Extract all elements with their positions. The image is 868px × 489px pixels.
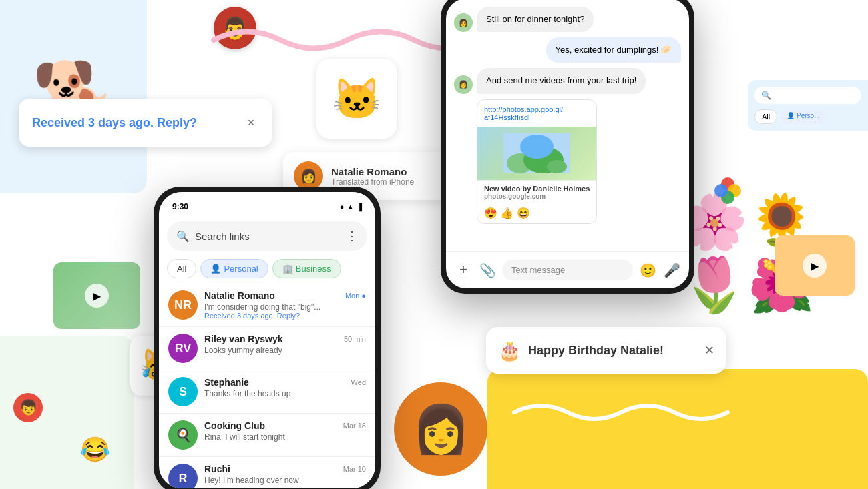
more-icon[interactable]: ⋮ <box>346 229 358 243</box>
personal-icon: 👤 <box>210 264 221 274</box>
contact-name: Natalie Romano <box>331 166 445 177</box>
search-filter-row: All 👤 Perso... <box>754 109 861 124</box>
chat-row-sent: Yes, excited for dumplings! 🥟 <box>454 37 681 63</box>
cat-card: 🐱 <box>316 59 397 139</box>
message-list: NR Natalie Romano Mon ● I'm considering … <box>159 284 375 488</box>
msg-header: Natalie Romano Mon ● <box>204 290 366 301</box>
tab-business-label: Business <box>296 264 331 274</box>
reactions-row: 😍 👍 😆 <box>477 204 596 223</box>
msg-content: Riley van Ryswyk 50 min Looks yummy alre… <box>204 334 366 355</box>
play-btn-right[interactable]: ▶ <box>803 254 827 278</box>
link-url: http://photos.app.goo.gl/af14HsskfIisdl <box>477 100 596 127</box>
tab-all[interactable]: All <box>167 259 196 278</box>
chat-bubble-sent: Yes, excited for dumplings! 🥟 <box>546 37 682 63</box>
link-title: New video by Danielle Holmes photos.goog… <box>477 180 596 204</box>
msg-name: Stephanie <box>204 377 249 388</box>
status-icons: ● ▲ ▐ <box>340 203 362 211</box>
video-thumbnail[interactable]: ▶ <box>53 262 140 329</box>
signal-icon: ▲ <box>347 203 354 211</box>
add-icon[interactable]: + <box>454 262 473 278</box>
tab-personal[interactable]: 👤 Personal <box>200 259 268 278</box>
video-thumb-right[interactable]: ▶ <box>775 235 855 296</box>
msg-avatar: S <box>168 377 198 406</box>
msg-preview: Looks yummy already <box>204 346 366 355</box>
search-ui-bar[interactable]: 🔍 <box>754 87 861 104</box>
filter-tabs: All 👤 Personal 🏢 Business <box>159 256 375 284</box>
msg-preview: Thanks for the heads up <box>204 389 366 398</box>
chat-input-bar: + 📎 Text message 🙂 🎤 <box>446 251 689 288</box>
msg-time: 50 min <box>344 335 366 343</box>
bg-top-left: 🐕 <box>0 0 147 193</box>
msg-content: Ruchi Mar 10 Hey! I'm heading over now <box>204 464 366 485</box>
bottom-large-avatar: 👩 <box>394 382 487 476</box>
msg-header: Cooking Club Mar 18 <box>204 420 366 431</box>
mic-icon[interactable]: 🎤 <box>662 262 681 278</box>
msg-time: Mar 18 <box>343 422 366 430</box>
msg-avatar: NR <box>168 290 198 320</box>
notification-text: Received 3 days ago. Reply? <box>32 116 197 130</box>
msg-header: Riley van Ryswyk 50 min <box>204 334 366 344</box>
status-time: 9:30 <box>172 202 188 211</box>
msg-name: Riley van Ryswyk <box>204 334 283 344</box>
msg-content: Cooking Club Mar 18 Rina: I will start t… <box>204 420 366 442</box>
chat-screen: 👩 Still on for dinner tonight? Yes, exci… <box>446 0 689 288</box>
message-item[interactable]: RV Riley van Ryswyk 50 min Looks yummy a… <box>159 327 375 370</box>
birthday-cake-icon: 🎂 <box>498 340 521 362</box>
yellow-bg <box>487 369 868 489</box>
msg-avatar: RV <box>168 334 198 363</box>
chat-phone: 👩 Still on for dinner tonight? Yes, exci… <box>441 0 694 294</box>
sf-all-tab[interactable]: All <box>754 109 777 124</box>
google-photos-icon <box>713 176 742 211</box>
wifi-icon: ● <box>340 203 345 211</box>
tab-all-label: All <box>177 264 186 274</box>
msg-content: Stephanie Wed Thanks for the heads up <box>204 377 366 398</box>
message-item[interactable]: R Ruchi Mar 10 Hey! I'm heading over now <box>159 457 375 488</box>
phone-screen: 9:30 ● ▲ ▐ 🔍 Search links ⋮ All 👤 Person… <box>159 192 375 488</box>
birthday-close-icon[interactable]: ✕ <box>704 343 714 358</box>
search-ui-right: 🔍 All 👤 Perso... <box>748 80 868 131</box>
video-thumb-inner: ▶ <box>53 262 140 329</box>
link-domain: photos.google.com <box>484 193 590 200</box>
message-item[interactable]: S Stephanie Wed Thanks for the heads up <box>159 370 375 414</box>
link-card[interactable]: http://photos.app.goo.gl/af14HsskfIisdl … <box>477 99 597 224</box>
emoji-icon[interactable]: 🙂 <box>638 262 657 278</box>
msg-avatar: R <box>168 464 198 488</box>
message-item[interactable]: NR Natalie Romano Mon ● I'm considering … <box>159 284 375 327</box>
chat-avatar-sm: 👩 <box>454 13 473 32</box>
message-item[interactable]: 🍳 Cooking Club Mar 18 Rina: I will start… <box>159 414 375 457</box>
chat-bubble-received: Still on for dinner tonight? <box>477 7 594 32</box>
msg-name: Natalie Romano <box>204 290 275 301</box>
squiggle-bottom <box>507 396 734 429</box>
chat-input-field[interactable]: Text message <box>502 260 633 280</box>
play-button[interactable]: ▶ <box>85 284 109 308</box>
msg-preview: Hey! I'm heading over now <box>204 476 366 485</box>
contact-subtitle: Translated from iPhone <box>331 177 445 187</box>
sf-person-tab[interactable]: 👤 Perso... <box>780 109 826 124</box>
msg-time: Mon ● <box>345 292 366 300</box>
msg-preview: I'm considering doing that "big"... <box>204 302 366 312</box>
svg-point-8 <box>714 184 728 197</box>
laugh-emoji: 😂 <box>80 436 110 464</box>
msg-header: Ruchi Mar 10 <box>204 464 366 474</box>
msg-avatar: 🍳 <box>168 420 198 450</box>
birthday-card[interactable]: 🎂 Happy Birthday Natalie! ✕ <box>486 327 726 374</box>
chat-avatar-sm2: 👩 <box>454 75 473 94</box>
msg-preview: Rina: I will start tonight <box>204 432 366 442</box>
business-icon: 🏢 <box>282 264 293 274</box>
dog-illustration: 🐕 <box>7 7 140 187</box>
chat-row-received2: 👩 And send me videos from your last trip… <box>454 68 681 93</box>
tab-business[interactable]: 🏢 Business <box>272 259 341 278</box>
msg-time: Mar 10 <box>343 465 366 473</box>
msg-time: Wed <box>351 378 366 386</box>
phone-mockup: 9:30 ● ▲ ▐ 🔍 Search links ⋮ All 👤 Person… <box>154 187 381 489</box>
msg-content: Natalie Romano Mon ● I'm considering doi… <box>204 290 366 320</box>
birthday-text: Happy Birthday Natalie! <box>528 344 698 358</box>
smart-reply[interactable]: Received 3 days ago. Reply? <box>204 312 366 320</box>
svg-point-3 <box>547 160 567 173</box>
msg-name: Cooking Club <box>204 420 265 431</box>
msg-header: Stephanie Wed <box>204 377 366 388</box>
attach-icon[interactable]: 📎 <box>478 262 497 278</box>
battery-icon: ▐ <box>357 203 362 211</box>
search-bar[interactable]: 🔍 Search links ⋮ <box>167 221 367 251</box>
close-icon[interactable]: × <box>243 115 259 131</box>
